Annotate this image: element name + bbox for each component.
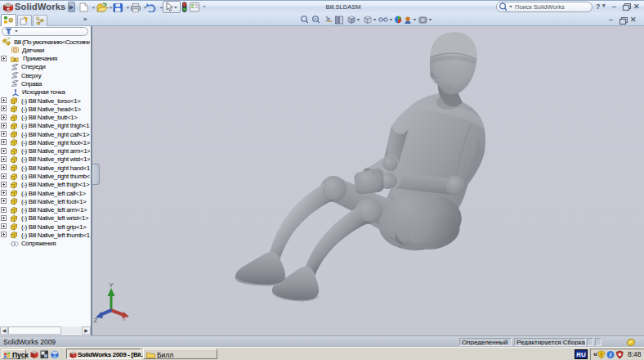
svg-text:X: X xyxy=(122,315,127,322)
svg-text:!: ! xyxy=(601,352,602,358)
svg-text:A: A xyxy=(13,56,16,61)
svg-text:Y: Y xyxy=(109,281,114,289)
svg-text:Z: Z xyxy=(94,317,98,324)
svg-text:S: S xyxy=(7,7,10,12)
